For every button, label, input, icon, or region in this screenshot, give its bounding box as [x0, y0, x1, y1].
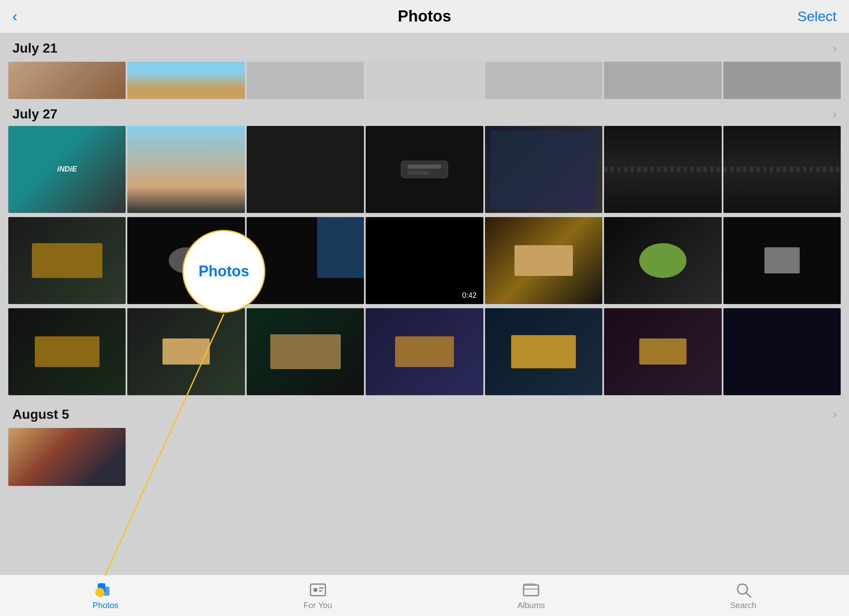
tab-photos-label: Photos [92, 601, 118, 610]
video-timer: 0:42 [459, 290, 480, 301]
thumb-july21-6[interactable] [604, 62, 721, 99]
section-july21-chevron[interactable]: › [833, 42, 837, 55]
svg-rect-6 [319, 590, 322, 592]
section-july21-title: July 21 [12, 41, 58, 56]
search-tab-icon [734, 581, 752, 599]
august5-row [8, 426, 841, 486]
thumb-aerial4[interactable] [723, 217, 841, 304]
tab-albums[interactable]: Albums [517, 581, 545, 610]
july27-row3 [8, 308, 841, 399]
header: ‹ Photos Select [0, 0, 849, 33]
thumb-aerial3[interactable] [247, 217, 364, 304]
thumb-indie[interactable]: iNDiE [8, 126, 126, 213]
thumb-july21-7[interactable] [723, 62, 841, 99]
thumb-dog-cat[interactable] [604, 217, 721, 304]
tab-for-you-label: For You [303, 601, 332, 610]
for-you-tab-icon [309, 581, 327, 599]
july21-partial-row [8, 60, 841, 99]
thumb-dog-vid[interactable] [366, 308, 483, 395]
thumb-dog4[interactable] [485, 308, 602, 395]
thumb-dog6 [723, 308, 841, 395]
svg-point-4 [313, 588, 318, 592]
tab-search[interactable]: Search [730, 581, 756, 610]
back-button[interactable]: ‹ [12, 8, 17, 25]
thumb-dog-aerial[interactable] [485, 217, 602, 304]
albums-tab-icon [522, 581, 540, 599]
thumb-dog1[interactable] [8, 308, 126, 395]
thumb-dog5[interactable] [604, 308, 721, 395]
thumb-dog2[interactable] [127, 308, 245, 395]
thumb-black-dialog[interactable] [366, 126, 483, 213]
section-august5-chevron[interactable]: › [833, 408, 837, 421]
tab-search-label: Search [730, 601, 756, 610]
thumb-aerial1[interactable] [8, 217, 126, 304]
indie-label: iNDiE [57, 165, 77, 174]
thumb-black-video[interactable]: 0:42 [366, 217, 483, 304]
thumb-july21-1[interactable] [8, 62, 126, 99]
thumb-filmstrip1[interactable] [604, 126, 721, 213]
july27-row2: 0:42 [8, 217, 841, 308]
tab-for-you[interactable]: For You [303, 581, 332, 610]
thumb-july21-2[interactable] [127, 62, 245, 99]
section-july21: July 21 › [8, 33, 841, 60]
svg-line-11 [746, 593, 751, 597]
july27-row1: iNDiE [8, 126, 841, 217]
photos-tab-icon [96, 581, 114, 599]
section-july27-title: July 27 [12, 106, 58, 122]
svg-rect-8 [524, 583, 535, 586]
thumb-photos-app[interactable] [485, 126, 602, 213]
page-title: Photos [398, 7, 451, 25]
thumb-august1[interactable] [8, 428, 126, 486]
svg-rect-7 [524, 585, 539, 596]
svg-rect-3 [310, 584, 325, 596]
main-content: July 21 › July 27 › iNDiE [0, 33, 849, 575]
section-august5-title: August 5 [12, 407, 69, 422]
tab-albums-label: Albums [517, 601, 545, 610]
svg-rect-2 [102, 587, 109, 596]
select-button[interactable]: Select [798, 8, 837, 24]
tab-photos[interactable]: Photos [92, 581, 118, 610]
section-july27-chevron[interactable]: › [833, 108, 837, 121]
thumb-july21-3[interactable] [247, 62, 364, 99]
svg-rect-5 [319, 587, 324, 589]
thumb-dog3[interactable] [247, 308, 364, 395]
thumb-ferris[interactable] [127, 126, 245, 213]
thumb-july21-4[interactable] [366, 62, 483, 99]
tab-bar: Photos For You Albums [0, 575, 849, 616]
thumb-aerial2[interactable] [127, 217, 245, 304]
section-july27: July 27 › [8, 99, 841, 126]
thumb-dark1[interactable] [247, 126, 364, 213]
thumb-filmstrip2[interactable] [723, 126, 841, 213]
section-august5: August 5 › [8, 399, 841, 426]
thumb-july21-5[interactable] [485, 62, 602, 99]
